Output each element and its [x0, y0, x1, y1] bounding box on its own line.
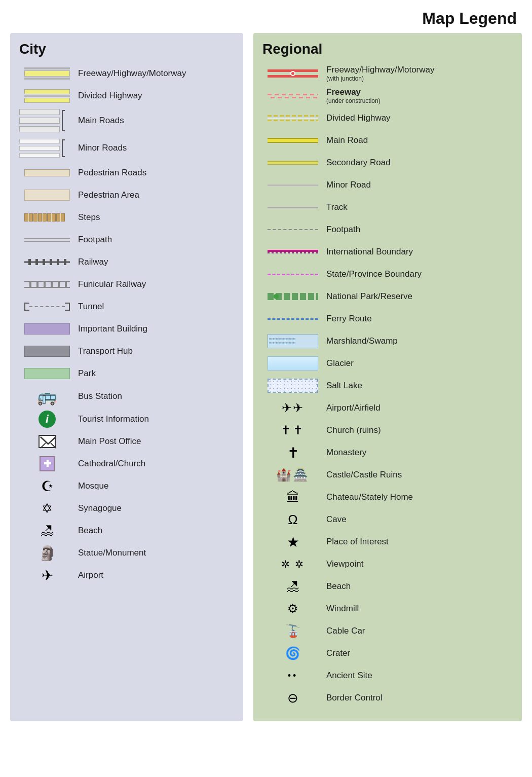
- r-airport-symbol: ✈✈: [262, 401, 323, 415]
- list-item: Divided Highway: [262, 107, 513, 129]
- list-item: International Boundary: [262, 241, 513, 263]
- list-item: ✝ Monastery: [262, 441, 513, 464]
- list-item: 🏖 Beach: [19, 520, 234, 542]
- list-item: Freeway/Highway/Motorway: [19, 62, 234, 85]
- list-item: ☪ Mosque: [19, 475, 234, 497]
- r-ferry-symbol: [262, 318, 323, 320]
- r-minor-road-symbol: [262, 184, 323, 186]
- list-item: 🚌 Bus Station: [19, 385, 234, 408]
- r-footpath-symbol: [262, 229, 323, 230]
- statue-symbol: 🗿: [19, 545, 75, 562]
- city-panel-title: City: [19, 41, 234, 57]
- regional-panel: Regional Freeway/Highway/Motorway (with …: [253, 33, 522, 721]
- list-item: Minor Roads: [19, 134, 234, 162]
- post-office-symbol: [19, 435, 75, 448]
- r-glacier-symbol: [262, 356, 323, 371]
- r-cave-label: Cave: [323, 514, 513, 525]
- r-ferry-label: Ferry Route: [323, 314, 513, 324]
- r-intl-boundary-symbol: [262, 250, 323, 254]
- list-item: Transport Hub: [19, 340, 234, 362]
- r-freeway-construct-label: Freeway (under construction): [323, 87, 513, 104]
- tourist-info-label: Tourist Information: [75, 414, 234, 424]
- list-item: Divided Highway: [19, 85, 234, 107]
- r-crater-label: Crater: [323, 648, 513, 658]
- funicular-railway-symbol: [19, 281, 75, 288]
- airport-city-label: Airport: [75, 570, 234, 580]
- r-church-symbol: ✝✝: [262, 423, 323, 437]
- r-crater-symbol: 🌀: [262, 646, 323, 660]
- list-item: ✡ Synagogue: [19, 497, 234, 520]
- page-title: Map Legend: [0, 0, 532, 33]
- list-item: Track: [262, 196, 513, 218]
- cathedral-church-label: Cathedral/Church: [75, 459, 234, 469]
- r-glacier-label: Glacier: [323, 358, 513, 368]
- r-beach-label: Beach: [323, 581, 513, 591]
- r-secondary-road-label: Secondary Road: [323, 158, 513, 168]
- synagogue-symbol: ✡: [19, 501, 75, 516]
- r-chateau-label: Chateau/Stately Home: [323, 492, 513, 502]
- bus-station-label: Bus Station: [75, 391, 234, 401]
- r-ancient-site-label: Ancient Site: [323, 671, 513, 681]
- list-item: Glacier: [262, 352, 513, 375]
- list-item: 🚡 Cable Car: [262, 620, 513, 642]
- beach-city-symbol: 🏖: [19, 523, 75, 539]
- r-border-control-label: Border Control: [323, 693, 513, 703]
- statue-label: Statue/Monument: [75, 548, 234, 558]
- pedestrian-area-symbol: [19, 190, 75, 201]
- list-item: •• Ancient Site: [262, 664, 513, 687]
- r-church-label: Church (ruins): [323, 425, 513, 435]
- r-castle-symbol: 🏰🏯: [262, 468, 323, 482]
- list-item: Funicular Railway: [19, 273, 234, 295]
- important-building-symbol: [19, 323, 75, 335]
- list-item: National Park/Reserve: [262, 285, 513, 308]
- r-freeway-construct-symbol: [262, 94, 323, 98]
- list-item: ⚙ Windmill: [262, 598, 513, 620]
- freeway-motorway-symbol: [19, 67, 75, 80]
- list-item: ✈ Airport: [19, 564, 234, 586]
- pedestrian-roads-label: Pedestrian Roads: [75, 168, 234, 178]
- tunnel-label: Tunnel: [75, 302, 234, 312]
- r-windmill-label: Windmill: [323, 604, 513, 614]
- svg-line-1: [51, 443, 56, 448]
- list-item: ≈≈≈≈≈≈≈≈ ≈≈≈≈≈≈≈≈ Marshland/Swamp: [262, 330, 513, 352]
- list-item: 🌀 Crater: [262, 642, 513, 664]
- list-item: Footpath: [262, 218, 513, 241]
- list-item: ✚ Cathedral/Church: [19, 453, 234, 475]
- list-item: Main Roads: [19, 107, 234, 134]
- r-windmill-symbol: ⚙: [262, 602, 323, 616]
- r-divided-hwy-label: Divided Highway: [323, 113, 513, 123]
- list-item: ✲ ✲ Viewpoint: [262, 553, 513, 575]
- r-cable-car-symbol: 🚡: [262, 624, 323, 638]
- list-item: i Tourist Information: [19, 408, 234, 430]
- list-item: Freeway (under construction): [262, 85, 513, 107]
- list-item: Pedestrian Roads: [19, 162, 234, 184]
- list-item: Main Post Office: [19, 430, 234, 453]
- main-roads-symbol: [19, 109, 75, 132]
- tunnel-symbol: [19, 302, 75, 312]
- r-marshland-symbol: ≈≈≈≈≈≈≈≈ ≈≈≈≈≈≈≈≈: [262, 334, 323, 348]
- r-track-label: Track: [323, 202, 513, 212]
- cathedral-church-symbol: ✚: [19, 456, 75, 471]
- r-salt-lake-label: Salt Lake: [323, 381, 513, 391]
- park-label: Park: [75, 368, 234, 379]
- r-ancient-site-symbol: ••: [262, 671, 323, 681]
- park-symbol: [19, 368, 75, 379]
- synagogue-label: Synagogue: [75, 503, 234, 513]
- list-item: ★ Place of Interest: [262, 531, 513, 553]
- r-place-interest-symbol: ★: [262, 534, 323, 550]
- railway-symbol: [19, 258, 75, 266]
- r-secondary-road-symbol: [262, 161, 323, 165]
- transport-hub-symbol: [19, 346, 75, 357]
- r-castle-label: Castle/Castle Ruins: [323, 470, 513, 480]
- list-item: 🏛 Chateau/Stately Home: [262, 486, 513, 508]
- list-item: ⊖ Border Control: [262, 687, 513, 709]
- r-minor-road-label: Minor Road: [323, 180, 513, 190]
- main-roads-label: Main Roads: [75, 116, 234, 126]
- r-place-interest-label: Place of Interest: [323, 537, 513, 547]
- list-item: Pedestrian Area: [19, 184, 234, 206]
- bus-station-symbol: 🚌: [19, 387, 75, 406]
- r-viewpoint-label: Viewpoint: [323, 559, 513, 569]
- r-cable-car-label: Cable Car: [323, 626, 513, 636]
- list-item: Important Building: [19, 318, 234, 340]
- city-panel: City Freeway/Highway/Motorway D: [10, 33, 243, 721]
